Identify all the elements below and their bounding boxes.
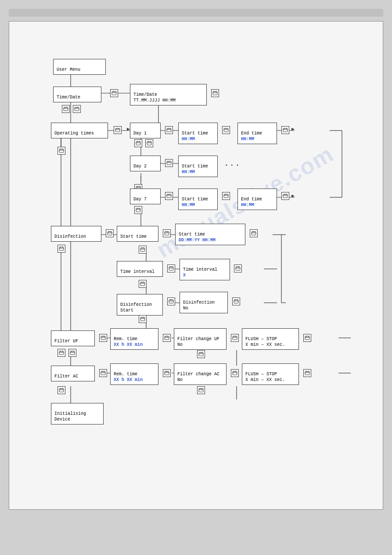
start-time-dis-down-icon[interactable] <box>139 246 147 254</box>
time-interval-val-icon[interactable] <box>234 265 242 272</box>
svg-rect-184 <box>233 336 237 340</box>
start-time-dis-val-icon[interactable] <box>250 229 258 237</box>
svg-rect-68 <box>213 91 217 95</box>
main-box: manualsrive.com <box>9 21 383 510</box>
disinfection-start-label: DisinfectionStart <box>120 302 152 313</box>
flush-stop-ac-label: FLUSH – STOPX min – XX sec. <box>245 372 285 382</box>
flush-stop-uf-icon[interactable] <box>303 334 311 342</box>
filter-change-uf-icon[interactable] <box>231 334 239 342</box>
svg-rect-176 <box>101 336 105 340</box>
end-time-day7-node: End timeHH:MM <box>237 189 277 210</box>
day1-icon[interactable] <box>165 126 173 134</box>
time-interval-icon[interactable] <box>167 265 175 272</box>
rem-time-ac-node: Rem. timeXX h XX min <box>110 363 158 385</box>
day7-label: Day 7 <box>133 197 147 202</box>
filter-change-ac-down-icon[interactable] <box>197 386 205 394</box>
time-date-icon1[interactable] <box>110 89 118 97</box>
start-time-dis-node: Start time <box>117 226 158 242</box>
svg-rect-128 <box>59 149 64 152</box>
start-time-dis-label: Start time <box>120 234 147 239</box>
svg-marker-50 <box>291 128 295 131</box>
day1-nav-icon2[interactable] <box>145 139 153 147</box>
filter-change-uf-label: Filter change UFNo <box>177 337 219 347</box>
vertical-dots: ⋮ <box>138 175 145 183</box>
filter-ac-icon[interactable] <box>99 369 107 377</box>
time-interval-node: Time interval <box>117 261 163 277</box>
svg-rect-116 <box>224 194 228 198</box>
filter-ac-node: Filter AC <box>51 366 95 381</box>
time-date-icon-down2[interactable] <box>73 105 81 113</box>
filter-uf-icon[interactable] <box>99 334 107 342</box>
svg-rect-112 <box>167 194 171 198</box>
time-date-val-icon[interactable] <box>211 89 219 97</box>
start-time-day7-node: Start timeHH:MM <box>178 189 218 210</box>
start-time-day2-node: Start timeHH:MM <box>178 156 218 177</box>
start-time-day1-icon[interactable] <box>222 126 230 134</box>
day7-down-icon[interactable] <box>134 206 142 214</box>
filter-uf-icon-down2[interactable] <box>68 349 76 357</box>
time-date-value-label: Time/Date TT.MM.JJJJ HH:MM <box>133 92 176 103</box>
svg-marker-53 <box>291 195 295 197</box>
disinfection-node: Disinfection <box>51 226 101 242</box>
rem-time-uf-icon[interactable] <box>163 334 171 342</box>
end-time-day7-icon[interactable] <box>281 192 289 200</box>
svg-rect-152 <box>236 267 240 270</box>
day7-icon[interactable] <box>165 192 173 200</box>
svg-rect-224 <box>59 388 64 392</box>
svg-rect-100 <box>147 141 151 145</box>
svg-rect-72 <box>64 107 68 111</box>
svg-rect-104 <box>167 161 171 165</box>
filter-uf-icon-down1[interactable] <box>58 349 65 357</box>
operating-times-icon[interactable] <box>114 126 122 134</box>
filter-ac-down-icon[interactable] <box>58 386 65 394</box>
day1-nav-icon1[interactable] <box>134 139 142 147</box>
start-time-day7-icon[interactable] <box>222 192 230 200</box>
time-date-value-node: Time/Date TT.MM.JJJJ HH:MM <box>130 84 207 105</box>
filter-change-uf-down-icon[interactable] <box>197 350 205 358</box>
svg-rect-140 <box>252 232 256 235</box>
rem-time-uf-node: Rem. timeXX h XX min <box>110 328 158 350</box>
rem-time-uf-label: Rem. timeXX h XX min <box>114 337 143 347</box>
day7-node: Day 7 <box>130 189 161 204</box>
filter-change-uf-node: Filter change UFNo <box>174 328 227 350</box>
svg-rect-64 <box>112 91 116 95</box>
svg-rect-76 <box>75 107 79 111</box>
dis-left-icon[interactable] <box>58 245 65 253</box>
initialising-label: InitialisingDevice <box>54 411 86 422</box>
time-interval-val-node: Time intervalX <box>180 259 230 280</box>
svg-rect-84 <box>167 128 171 132</box>
start-time-dis-icon[interactable] <box>163 229 171 237</box>
svg-rect-196 <box>70 351 75 355</box>
disinfection-icon[interactable] <box>106 229 114 237</box>
start-time-day1-label: Start timeHH:MM <box>182 131 208 141</box>
svg-rect-124 <box>136 208 140 212</box>
time-interval-val-label: Time intervalX <box>183 267 217 278</box>
dis-start-down-icon[interactable] <box>139 315 147 323</box>
start-time-day1-node: Start timeHH:MM <box>178 123 218 144</box>
rem-time-ac-icon[interactable] <box>163 369 171 377</box>
initialising-node: InitialisingDevice <box>51 403 104 424</box>
svg-rect-188 <box>305 336 309 340</box>
svg-rect-120 <box>283 194 288 198</box>
dis-no-icon[interactable] <box>232 297 240 305</box>
filter-change-ac-icon[interactable] <box>231 369 239 377</box>
disinfection-start-node: DisinfectionStart <box>117 294 163 316</box>
time-date-icon-down1[interactable] <box>62 105 70 113</box>
op-times-left-icon[interactable] <box>58 147 65 155</box>
svg-rect-168 <box>140 317 145 321</box>
time-interval-down-icon[interactable] <box>139 280 147 288</box>
filter-change-ac-label: Filter change ACNo <box>177 372 219 382</box>
start-time-dis-val-label: Start timeDD:MM:YY HH:MM <box>179 232 216 243</box>
svg-marker-48 <box>127 128 130 131</box>
dis-start-icon[interactable] <box>167 297 175 305</box>
svg-rect-80 <box>115 128 120 132</box>
svg-rect-180 <box>165 336 169 340</box>
svg-rect-88 <box>224 128 228 132</box>
svg-rect-160 <box>169 300 173 303</box>
svg-rect-172 <box>59 247 64 250</box>
time-interval-label: Time interval <box>120 269 155 274</box>
end-time-day7-label: End timeHH:MM <box>241 197 262 207</box>
flush-stop-ac-icon[interactable] <box>303 369 311 377</box>
day2-icon[interactable] <box>165 159 173 167</box>
end-time-day1-icon[interactable] <box>281 126 289 134</box>
